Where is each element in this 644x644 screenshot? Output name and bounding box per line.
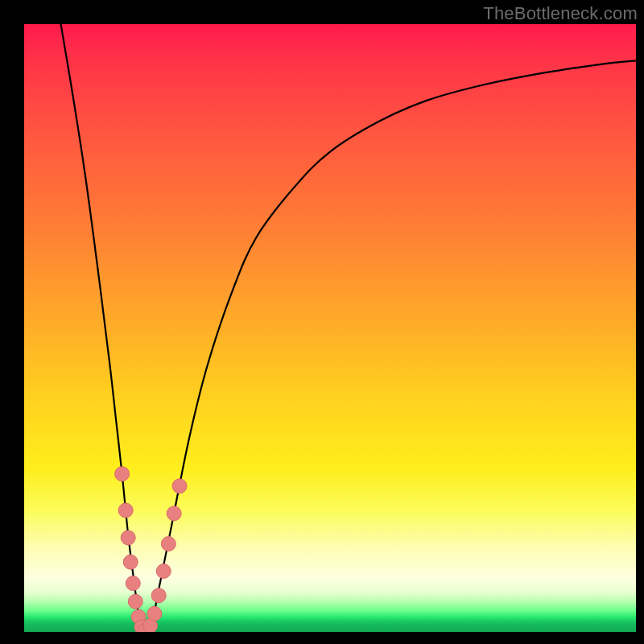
chart-frame: TheBottleneck.com: [0, 0, 644, 644]
data-marker: [161, 537, 175, 551]
data-marker: [147, 606, 162, 621]
plot-area: [24, 24, 636, 632]
data-marker: [118, 503, 133, 518]
bottleneck-curve: [61, 24, 636, 632]
data-marker: [115, 467, 130, 481]
data-marker: [126, 576, 140, 591]
data-marker: [167, 506, 181, 521]
data-markers: [115, 467, 187, 632]
data-marker: [121, 530, 135, 545]
data-marker: [172, 479, 187, 493]
data-marker: [156, 564, 171, 579]
data-marker: [123, 555, 138, 569]
curve-svg: [24, 24, 636, 632]
watermark-text: TheBottleneck.com: [483, 3, 638, 24]
data-marker: [128, 594, 142, 609]
data-marker: [151, 588, 166, 603]
